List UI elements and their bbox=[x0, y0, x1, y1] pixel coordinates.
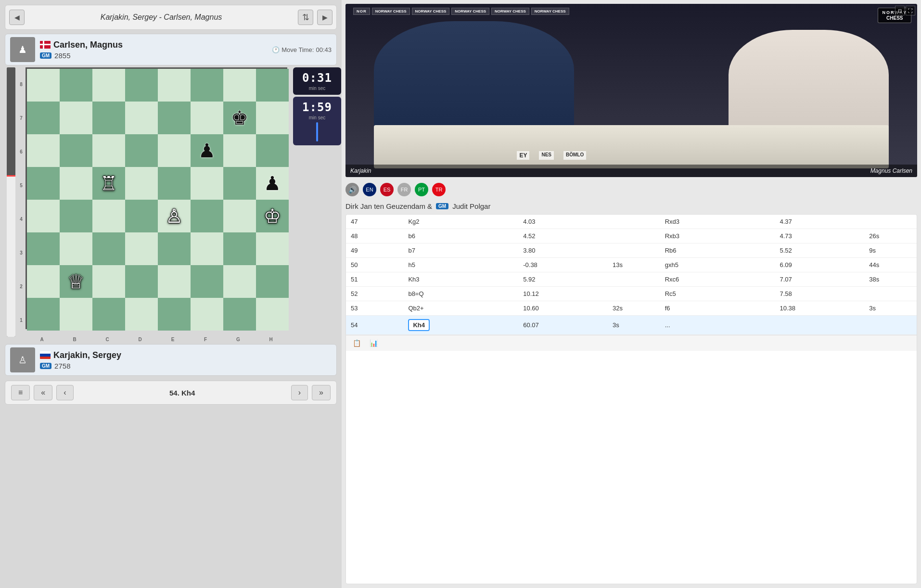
move-row-54[interactable]: 54 Kh4 60.07 3s ... bbox=[346, 316, 917, 335]
square-c8[interactable] bbox=[92, 69, 125, 102]
square-f1[interactable] bbox=[191, 298, 223, 331]
square-h3[interactable] bbox=[256, 232, 289, 265]
square-d6[interactable] bbox=[125, 134, 158, 167]
black-move-cell[interactable]: Rxb3 bbox=[660, 229, 775, 243]
square-e8[interactable] bbox=[158, 69, 191, 102]
square-e2[interactable] bbox=[158, 265, 191, 298]
broadcast-turkish-button[interactable]: TR bbox=[432, 183, 446, 196]
square-e6[interactable] bbox=[158, 134, 191, 167]
broadcast-audio-icon[interactable]: 🔊 bbox=[345, 183, 359, 196]
square-g4[interactable] bbox=[223, 200, 256, 232]
square-h1[interactable] bbox=[256, 298, 289, 331]
analysis-button[interactable]: 📋 bbox=[350, 337, 364, 349]
square-g5[interactable] bbox=[223, 167, 256, 200]
white-move-cell[interactable]: b6 bbox=[403, 229, 518, 243]
square-d1[interactable] bbox=[125, 298, 158, 331]
square-f7[interactable] bbox=[191, 102, 223, 134]
pgn-button[interactable]: 📊 bbox=[367, 337, 381, 349]
white-move-cell[interactable]: h5 bbox=[403, 258, 518, 272]
square-b8[interactable] bbox=[60, 69, 92, 102]
next-move-button[interactable]: › bbox=[291, 385, 308, 400]
white-move-cell[interactable]: Qb2+ bbox=[403, 301, 518, 316]
broadcast-portuguese-button[interactable]: PT bbox=[415, 183, 428, 196]
square-h5[interactable]: ♟ bbox=[256, 167, 289, 200]
move-row-49[interactable]: 49 b7 3.80 Rb6 5.52 9s bbox=[346, 243, 917, 258]
square-d7[interactable] bbox=[125, 102, 158, 134]
square-f2[interactable] bbox=[191, 265, 223, 298]
square-b2[interactable]: ♕ bbox=[60, 265, 92, 298]
first-move-button[interactable]: « bbox=[34, 385, 52, 400]
square-e7[interactable] bbox=[158, 102, 191, 134]
square-h8[interactable] bbox=[256, 69, 289, 102]
square-a8[interactable] bbox=[27, 69, 60, 102]
move-row-52[interactable]: 52 b8=Q 10.12 Rc5 7.58 bbox=[346, 287, 917, 301]
chess-board[interactable]: ♚♟♖♟♙♔♕ bbox=[26, 67, 287, 329]
square-a2[interactable] bbox=[27, 265, 60, 298]
broadcast-french-button[interactable]: FR bbox=[397, 183, 411, 196]
square-g8[interactable] bbox=[223, 69, 256, 102]
square-f4[interactable] bbox=[191, 200, 223, 232]
black-move-cell[interactable]: Rb6 bbox=[660, 243, 775, 258]
square-e4[interactable]: ♙ bbox=[158, 200, 191, 232]
square-c2[interactable] bbox=[92, 265, 125, 298]
prev-game-button[interactable]: ◀ bbox=[9, 10, 25, 25]
square-g7[interactable]: ♚ bbox=[223, 102, 256, 134]
black-move-cell[interactable]: Rxc6 bbox=[660, 272, 775, 287]
last-move-button[interactable]: » bbox=[312, 385, 331, 400]
restore-window-button[interactable]: ⊡ bbox=[895, 6, 905, 15]
prev-move-button[interactable]: ‹ bbox=[56, 385, 73, 400]
square-d2[interactable] bbox=[125, 265, 158, 298]
black-move-cell[interactable]: ... bbox=[660, 316, 775, 335]
square-c5[interactable]: ♖ bbox=[92, 167, 125, 200]
square-f3[interactable] bbox=[191, 232, 223, 265]
square-f5[interactable] bbox=[191, 167, 223, 200]
square-b4[interactable] bbox=[60, 200, 92, 232]
square-b3[interactable] bbox=[60, 232, 92, 265]
move-row-48[interactable]: 48 b6 4.52 Rxb3 4.73 26s bbox=[346, 229, 917, 243]
square-f8[interactable] bbox=[191, 69, 223, 102]
square-c3[interactable] bbox=[92, 232, 125, 265]
square-f6[interactable]: ♟ bbox=[191, 134, 223, 167]
menu-button[interactable]: ≡ bbox=[11, 385, 30, 400]
square-a7[interactable] bbox=[27, 102, 60, 134]
white-move-cell[interactable]: Kg2 bbox=[403, 215, 518, 229]
square-g3[interactable] bbox=[223, 232, 256, 265]
square-b7[interactable] bbox=[60, 102, 92, 134]
square-g6[interactable] bbox=[223, 134, 256, 167]
square-c4[interactable] bbox=[92, 200, 125, 232]
square-g1[interactable] bbox=[223, 298, 256, 331]
black-move-cell[interactable]: Rc5 bbox=[660, 287, 775, 301]
fullscreen-button[interactable]: ⛶ bbox=[906, 6, 915, 15]
square-a3[interactable] bbox=[27, 232, 60, 265]
white-move-cell[interactable]: b7 bbox=[403, 243, 518, 258]
move-row-53[interactable]: 53 Qb2+ 10.60 32s f6 10.38 3s bbox=[346, 301, 917, 316]
black-move-cell[interactable]: gxh5 bbox=[660, 258, 775, 272]
square-e1[interactable] bbox=[158, 298, 191, 331]
square-d5[interactable] bbox=[125, 167, 158, 200]
square-g2[interactable] bbox=[223, 265, 256, 298]
square-h2[interactable] bbox=[256, 265, 289, 298]
square-a1[interactable] bbox=[27, 298, 60, 331]
square-a5[interactable] bbox=[27, 167, 60, 200]
broadcast-english-button[interactable]: EN bbox=[363, 183, 376, 196]
square-c6[interactable] bbox=[92, 134, 125, 167]
square-d3[interactable] bbox=[125, 232, 158, 265]
move-row-47[interactable]: 47 Kg2 4.03 Rxd3 4.37 bbox=[346, 215, 917, 229]
square-h6[interactable] bbox=[256, 134, 289, 167]
square-e5[interactable] bbox=[158, 167, 191, 200]
square-d4[interactable] bbox=[125, 200, 158, 232]
square-c1[interactable] bbox=[92, 298, 125, 331]
broadcast-spanish-button[interactable]: ES bbox=[380, 183, 394, 196]
square-c7[interactable] bbox=[92, 102, 125, 134]
move-row-51[interactable]: 51 Kh3 5.92 Rxc6 7.07 38s bbox=[346, 272, 917, 287]
square-e3[interactable] bbox=[158, 232, 191, 265]
square-b6[interactable] bbox=[60, 134, 92, 167]
square-d8[interactable] bbox=[125, 69, 158, 102]
square-h7[interactable] bbox=[256, 102, 289, 134]
square-a6[interactable] bbox=[27, 134, 60, 167]
square-b1[interactable] bbox=[60, 298, 92, 331]
white-move-cell[interactable]: b8=Q bbox=[403, 287, 518, 301]
square-a4[interactable] bbox=[27, 200, 60, 232]
move-row-50[interactable]: 50 h5 -0.38 13s gxh5 6.09 44s bbox=[346, 258, 917, 272]
white-move-cell[interactable]: Kh3 bbox=[403, 272, 518, 287]
